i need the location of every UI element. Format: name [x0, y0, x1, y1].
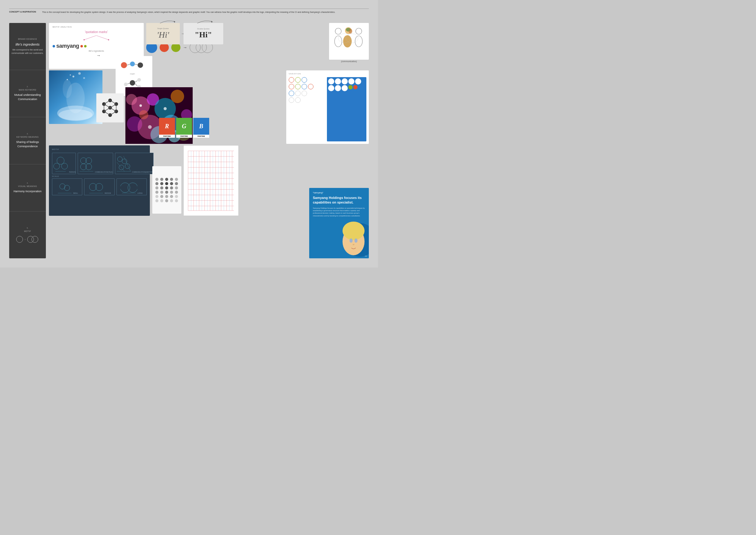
var-circle-blue-3: [289, 91, 294, 96]
var-circle-grey-3: [289, 97, 294, 103]
dot-0: [155, 178, 158, 181]
svg-line-54: [104, 111, 110, 115]
svg-point-19: [130, 62, 135, 67]
svg-point-36: [67, 79, 68, 80]
single-quotes-text: 'Hi': [157, 30, 169, 40]
single-quotes-card: Single Quotes 'Hi': [146, 23, 180, 44]
svg-line-28: [127, 83, 130, 84]
sidebar-brand-main: life's ingredients: [15, 42, 40, 47]
var-white-circle-7: [335, 85, 341, 91]
svg-point-99: [128, 183, 137, 192]
svg-line-21: [127, 64, 130, 65]
svg-point-38: [70, 74, 71, 75]
scale-medium-box: MEDIUM: [84, 179, 114, 195]
sidebar-content-2: Mutual understanding Communication: [11, 93, 44, 101]
water-photo: [49, 70, 102, 124]
svg-point-76: [57, 157, 64, 164]
emotion-diagram-svg: [115, 155, 132, 173]
dot-18: [170, 191, 173, 194]
dot-17: [165, 191, 168, 194]
holdings-logo-text: *samyang*: [313, 192, 365, 194]
grid-pattern-svg: [185, 148, 237, 213]
svg-point-35: [78, 72, 81, 75]
svg-marker-6: [211, 21, 213, 23]
var-green-circle: [348, 85, 353, 89]
svg-point-135: [353, 244, 354, 245]
header: CONCEPT & INSPIRATION This is the concep…: [9, 11, 369, 14]
pantone-color-b: B: [193, 118, 209, 135]
dot-1: [160, 178, 163, 181]
double-quotes-arrow-svg: [196, 19, 214, 25]
sidebar-title-3: KEYWORD MEANING: [16, 136, 39, 138]
diagram-person-box: PERSON: [52, 153, 76, 174]
water-photo-svg: [49, 70, 102, 124]
diagram-emotion-label: COMMUNICATION(EMOTION): [132, 171, 153, 173]
svg-line-22: [135, 64, 138, 65]
motif-diagram-card: MOTIF PERSON: [49, 145, 150, 216]
svg-point-4: [108, 39, 109, 41]
var-orange-circle: [353, 85, 358, 89]
dot-26: [160, 199, 163, 202]
var-circle-red-1: [289, 77, 294, 83]
var-circle-blue-2: [302, 84, 307, 89]
svg-point-7: [335, 28, 341, 34]
communication-label: (communication): [329, 60, 369, 63]
svg-point-20: [138, 63, 143, 68]
motif-arrow-icon: ›: [25, 238, 26, 241]
person-diagram-svg: [52, 155, 69, 173]
people-illustration-svg: [331, 24, 367, 58]
var-white-circle-6: [328, 85, 334, 91]
svg-point-62: [171, 90, 184, 103]
diagram-person-label: PERSON: [69, 171, 75, 173]
pantone-card-g: G PANTONE: [176, 118, 192, 138]
dot-11: [160, 186, 163, 189]
svg-point-33: [63, 80, 72, 98]
svg-point-37: [83, 77, 85, 79]
dot-9: [175, 182, 178, 185]
sidebar-item-visual-meaning: 4. VISUAL MEANING Harmony Incorporation: [9, 164, 46, 211]
motif-diagrams-row: PERSON COMMUNICATION(TALK): [52, 153, 147, 174]
illustration-card: [329, 23, 369, 60]
sidebar-brand-sub: We correspond to the world and communica…: [11, 48, 44, 55]
sidebar-num-3: 3.: [27, 133, 28, 135]
top-divider: [9, 9, 369, 9]
scale-row: SMALL MEDIUM LARGE: [52, 179, 147, 195]
holdings-title: Samyang Holdings focuses its capabilitie…: [313, 196, 365, 205]
motif-single-circle: [16, 236, 23, 243]
arrow-to-venn: →: [183, 45, 187, 50]
motif-overlap-circle-2: [32, 236, 38, 243]
sidebar-title-2: MAIN KEYWORD: [19, 89, 37, 91]
svg-point-87: [125, 164, 130, 169]
branch-lines-svg: [66, 36, 127, 41]
svg-point-34: [72, 75, 74, 77]
dot-25: [155, 199, 158, 202]
dot-5: [155, 182, 158, 185]
dot-20: [155, 195, 158, 198]
scale-large-label: LARGE: [137, 192, 143, 194]
var-white-circle-3: [341, 78, 348, 84]
var-circle-grey-4: [295, 97, 301, 103]
dot-24: [175, 195, 178, 198]
svg-point-18: [121, 62, 127, 68]
double-quotes-card: Double Quotes "Hi": [183, 23, 223, 44]
variation-card: VARIATION: [286, 70, 369, 144]
svg-point-13: [356, 28, 362, 34]
pantone-label-g: PANTONE: [176, 135, 192, 138]
svg-point-24: [130, 80, 135, 85]
scale-small-svg: [56, 180, 73, 194]
sidebar-title-1: BRAND ESSENCE: [18, 38, 37, 40]
svg-point-134: [354, 239, 358, 243]
svg-point-86: [122, 159, 127, 164]
diagram-talk-box: COMMUNICATION(TALK): [78, 153, 113, 174]
scale-medium-label: MEDIUM: [105, 192, 111, 194]
dot-28: [170, 199, 173, 202]
dot-15: [155, 191, 158, 194]
svg-point-77: [54, 163, 60, 169]
single-quotes-arrow-svg: [158, 19, 177, 25]
dot-14: [175, 186, 178, 189]
holdings-face-area: [338, 215, 369, 258]
svg-line-29: [135, 80, 137, 82]
svg-point-78: [62, 163, 68, 169]
svg-line-50: [104, 108, 110, 111]
motif-analysis-label: MOTIF ANALYSIS: [53, 26, 140, 28]
